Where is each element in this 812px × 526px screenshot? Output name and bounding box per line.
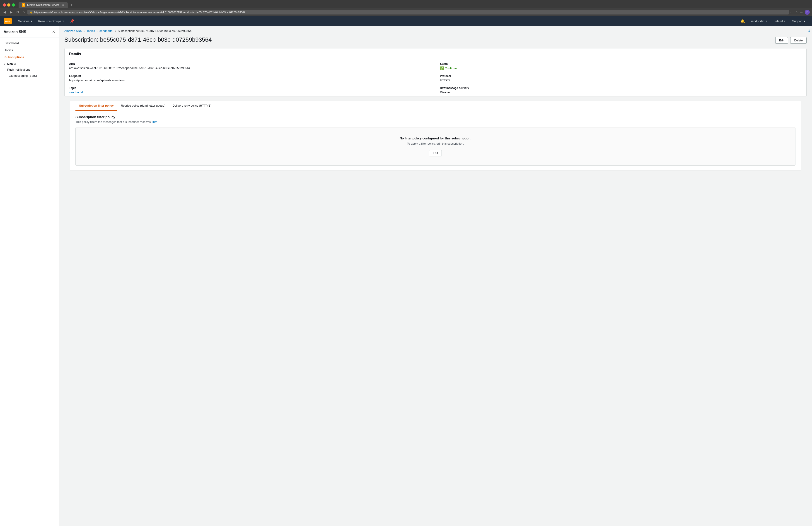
breadcrumb-sendportal[interactable]: sendportal: [100, 29, 113, 33]
topic-value[interactable]: sendportal: [69, 91, 431, 94]
filter-policy-description: This policy filters the messages that a …: [75, 120, 796, 124]
bell-icon[interactable]: 🔔: [739, 19, 747, 23]
delete-button[interactable]: Delete: [790, 37, 807, 44]
aws-right-nav: 🔔 sendportal ▼ Ireland ▼ Support ▼: [739, 16, 808, 26]
filter-policy-empty-state: No filter policy configured for this sub…: [75, 127, 796, 166]
forward-button[interactable]: ▶: [9, 10, 14, 15]
reload-button[interactable]: ↻: [15, 10, 20, 15]
tab-title: Simple Notification Service: [27, 3, 60, 6]
breadcrumb-topics[interactable]: Topics: [87, 29, 95, 33]
content-wrapper: ℹ Amazon SNS › Topics › sendportal › Sub…: [59, 26, 812, 170]
browser-tab[interactable]: 🔔 Simple Notification Service ✕: [18, 2, 68, 8]
breadcrumb-current: Subscription: be55c075-d871-46cb-b03c-d0…: [118, 29, 191, 33]
extensions-icon[interactable]: ⋯: [790, 11, 794, 14]
close-dot[interactable]: [3, 3, 6, 6]
tab-close-button[interactable]: ✕: [61, 3, 64, 6]
support-nav-item[interactable]: Support ▼: [789, 16, 808, 26]
sidebar-title: Amazon SNS: [4, 30, 26, 34]
browser-chrome: 🔔 Simple Notification Service ✕ + ◀ ▶ ↻ …: [0, 0, 812, 16]
support-arrow-icon: ▼: [803, 20, 806, 22]
resource-groups-label: Resource Groups: [38, 19, 61, 23]
breadcrumb-amazon-sns[interactable]: Amazon SNS: [64, 29, 82, 33]
breadcrumb-sep-3: ›: [115, 29, 116, 33]
protocol-label: Protocol: [440, 74, 802, 78]
account-arrow-icon: ▼: [765, 20, 767, 22]
sidebar-item-text-messaging[interactable]: Text messaging (SMS): [0, 73, 59, 79]
sidebar-topics-label: Topics: [4, 48, 13, 52]
minimize-dot[interactable]: [7, 3, 11, 6]
tab-delivery-retry-label: Delivery retry policy (HTTP/S): [172, 104, 212, 107]
raw-message-value: Disabled: [440, 91, 802, 94]
tab-subscription-filter-policy[interactable]: Subscription filter policy: [75, 101, 117, 111]
tab-redrive-policy[interactable]: Redrive policy (dead-letter queue): [117, 101, 169, 111]
tab-subscription-filter-label: Subscription filter policy: [79, 104, 114, 107]
sidebar-mobile-section[interactable]: ▼ Mobile: [0, 61, 59, 66]
browser-avatar[interactable]: P: [805, 10, 810, 15]
browser-right-icons: ⋯ ☆ ☰ P: [790, 10, 810, 15]
sidebar-item-push-notifications[interactable]: Push notifications: [0, 66, 59, 73]
filter-policy-info-link[interactable]: Info: [153, 120, 158, 124]
edit-button[interactable]: Edit: [775, 37, 788, 44]
endpoint-label: Endpoint: [69, 74, 431, 78]
home-button[interactable]: ⌂: [21, 10, 26, 15]
mobile-arrow-icon: ▼: [4, 63, 6, 65]
sidebar-item-subscriptions[interactable]: Subscriptions: [0, 54, 59, 61]
filter-policy-section: Subscription filter policy This policy f…: [70, 110, 801, 170]
back-button[interactable]: ◀: [2, 10, 7, 15]
page-title: Subscription: be55c075-d871-46cb-b03c-d0…: [64, 36, 212, 43]
topic-label: Topic: [69, 87, 431, 90]
support-label: Support: [792, 19, 803, 23]
region-nav-item[interactable]: Ireland ▼: [771, 16, 789, 26]
filter-empty-title: No filter policy configured for this sub…: [80, 136, 791, 140]
menu-icon[interactable]: ☰: [800, 11, 803, 14]
main-layout: Amazon SNS ✕ Dashboard Topics Subscripti…: [0, 26, 812, 526]
topic-item: Topic sendportal: [64, 84, 435, 96]
new-tab-button[interactable]: +: [71, 3, 73, 7]
sidebar-item-topics[interactable]: Topics: [0, 47, 59, 54]
arn-item: ARN arn:aws:sns:eu-west-1:315608882132:s…: [64, 60, 435, 72]
resource-groups-nav-item[interactable]: Resource Groups ▼: [35, 16, 67, 26]
aws-logo-box: aws: [4, 18, 12, 24]
address-bar[interactable]: 🔒 https://eu-west-1.console.aws.amazon.c…: [27, 10, 789, 14]
services-nav-item[interactable]: Services ▼: [15, 16, 35, 26]
maximize-dot[interactable]: [12, 3, 15, 6]
tab-redrive-label: Redrive policy (dead-letter queue): [121, 104, 165, 107]
arn-value: arn:aws:sns:eu-west-1:315608882132:sendp…: [69, 66, 431, 70]
bookmark-icon[interactable]: ☆: [795, 11, 798, 14]
sidebar-close-button[interactable]: ✕: [52, 30, 55, 34]
details-card-header: Details: [64, 48, 806, 60]
resource-groups-arrow-icon: ▼: [62, 20, 64, 22]
endpoint-item: Endpoint https://yourdomain.com/api/webh…: [64, 72, 435, 84]
status-item: Status ✅ Confirmed: [435, 60, 806, 72]
region-label: Ireland: [774, 19, 783, 23]
browser-dots: [3, 3, 15, 6]
filter-policy-title: Subscription filter policy: [75, 115, 796, 119]
info-icon[interactable]: ℹ: [808, 28, 810, 33]
filter-policy-edit-button[interactable]: Edit: [429, 150, 442, 156]
aws-topnav: aws Services ▼ Resource Groups ▼ 📌 🔔 sen…: [0, 16, 812, 26]
tab-delivery-retry-policy[interactable]: Delivery retry policy (HTTP/S): [169, 101, 215, 111]
arn-label: ARN: [69, 62, 431, 65]
protocol-item: Protocol HTTPS: [435, 72, 806, 84]
sidebar-item-dashboard[interactable]: Dashboard: [0, 40, 59, 47]
tabs: Subscription filter policy Redrive polic…: [70, 101, 801, 110]
sidebar-nav: Dashboard Topics Subscriptions ▼ Mobile …: [0, 38, 59, 80]
page-actions: Edit Delete: [775, 37, 807, 44]
breadcrumb-sep-1: ›: [84, 29, 85, 33]
tab-content: Subscription filter policy This policy f…: [70, 110, 801, 170]
details-grid: ARN arn:aws:sns:eu-west-1:315608882132:s…: [64, 60, 806, 96]
filter-policy-desc-text: This policy filters the messages that a …: [75, 120, 151, 124]
status-label: Status: [440, 62, 802, 65]
tabs-container: Subscription filter policy Redrive polic…: [64, 101, 807, 170]
pin-icon: 📌: [70, 19, 74, 23]
breadcrumb-sep-2: ›: [97, 29, 98, 33]
browser-toolbar: ◀ ▶ ↻ ⌂ 🔒 https://eu-west-1.console.aws.…: [0, 8, 812, 16]
text-messaging-label: Text messaging (SMS): [7, 74, 37, 77]
tab-favicon: 🔔: [22, 3, 25, 7]
aws-logo[interactable]: aws: [4, 18, 12, 24]
account-nav-item[interactable]: sendportal ▼: [748, 16, 770, 26]
pin-icon-item[interactable]: 📌: [67, 16, 77, 26]
sidebar-mobile-label: Mobile: [7, 62, 16, 66]
account-label: sendportal: [750, 19, 764, 23]
endpoint-value: https://yourdomain.com/api/webhooks/aws: [69, 78, 431, 82]
